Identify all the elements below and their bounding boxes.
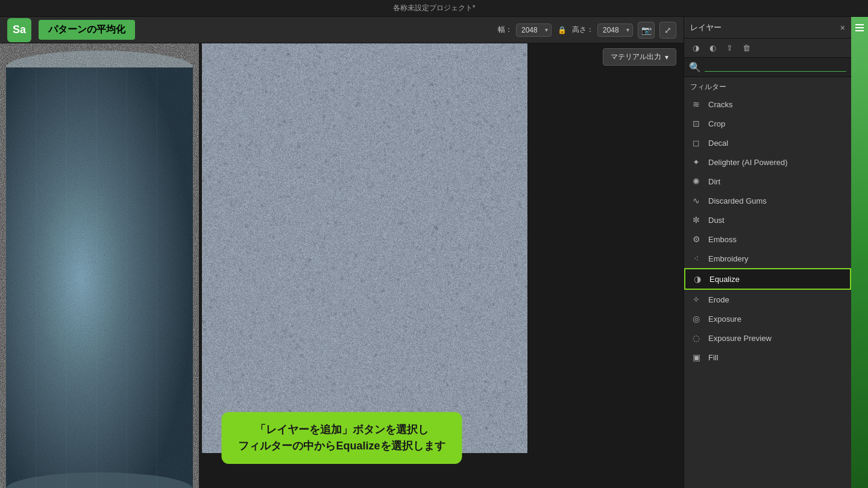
material-output-chevron: ▾ (665, 53, 668, 61)
exposure-label: Exposure (708, 314, 741, 324)
delete-icon-btn[interactable]: 🗑 (740, 42, 753, 55)
filter-item-delighter[interactable]: ✦Delighter (AI Powered) (684, 152, 851, 172)
expand-icon-btn[interactable]: ⤢ (659, 22, 676, 39)
dirt-label: Dirt (708, 177, 720, 186)
decal-icon: ◻ (690, 137, 702, 149)
layers-panel: レイヤー × ◑ ◐ ⇧ 🗑 🔍 フィルター ≋Cracks⊡Crop◻Deca… (684, 17, 851, 488)
filter-item-fill[interactable]: ▣Fill (684, 348, 851, 367)
right-green-panel (851, 17, 868, 488)
layers-toolbar: ◑ ◐ ⇧ 🗑 (684, 39, 851, 58)
title-bar: 各称未設定プロジェクト* (0, 0, 868, 17)
filter-item-discarded-gums[interactable]: ∿Discarded Gums (684, 191, 851, 210)
embroidery-label: Embroidery (708, 254, 748, 263)
sa-logo: Sa (7, 18, 31, 42)
window-title: 各称未設定プロジェクト* (393, 3, 476, 13)
toolbar: Sa パターンの平均化 幅： 2048 1024 4096 🔒 高さ： (0, 17, 684, 43)
caption-line1: 「レイヤーを追加」ボタンを選択し (238, 422, 445, 438)
filter-item-exposure-preview[interactable]: ◌Exposure Preview (684, 328, 851, 348)
layers-panel-header: レイヤー × (684, 17, 851, 39)
height-select-wrapper[interactable]: 2048 1024 4096 (597, 23, 633, 37)
filter-item-erode[interactable]: ✧Erode (684, 290, 851, 309)
height-select[interactable]: 2048 1024 4096 (597, 23, 633, 37)
width-select-wrapper[interactable]: 2048 1024 4096 (516, 23, 552, 37)
dirt-icon: ✺ (690, 175, 702, 187)
filter-item-emboss[interactable]: ⚙Emboss (684, 230, 851, 249)
height-group: 高さ： 2048 1024 4096 (572, 23, 633, 37)
panel-icon (854, 22, 866, 34)
crop-label: Crop (708, 119, 725, 128)
camera-icon-btn[interactable]: 📷 (638, 22, 655, 39)
invert-icon-btn[interactable]: ◐ (706, 42, 719, 55)
filter-item-cracks[interactable]: ≋Cracks (684, 95, 851, 114)
width-group: 幅： 2048 1024 4096 (498, 23, 552, 37)
caption-box: 「レイヤーを追加」ボタンを選択し フィルターの中からEqualizeを選択します (221, 412, 462, 464)
right-panels: レイヤー × ◑ ◐ ⇧ 🗑 🔍 フィルター ≋Cracks⊡Crop◻Deca… (684, 17, 851, 488)
fill-icon: ▣ (690, 351, 702, 363)
filter-section-label: フィルター (684, 77, 851, 95)
exposure-preview-icon: ◌ (690, 332, 702, 344)
layers-panel-title: レイヤー (690, 22, 835, 33)
texture-preview (202, 43, 527, 453)
layers-close-button[interactable]: × (840, 23, 845, 33)
filter-item-dirt[interactable]: ✺Dirt (684, 172, 851, 191)
viewport-area: マテリアル出力 ▾ 「レイヤーを追加」ボタンを選択し フィルターの中からEqua… (0, 43, 684, 488)
main-content: Sa パターンの平均化 幅： 2048 1024 4096 🔒 高さ： (0, 17, 684, 488)
filter-list: ≋Cracks⊡Crop◻Decal✦Delighter (AI Powered… (684, 95, 851, 488)
app-title: パターンの平均化 (39, 20, 135, 40)
delighter-icon: ✦ (690, 156, 702, 168)
width-select[interactable]: 2048 1024 4096 (516, 23, 552, 37)
material-output-button[interactable]: マテリアル出力 ▾ (603, 48, 676, 66)
exposure-icon: ◎ (690, 313, 702, 325)
filter-item-crop[interactable]: ⊡Crop (684, 114, 851, 133)
emboss-label: Emboss (708, 235, 737, 244)
delighter-label: Delighter (AI Powered) (708, 158, 788, 167)
granite-canvas (202, 43, 527, 453)
svg-rect-1 (6, 67, 193, 488)
fill-label: Fill (708, 353, 719, 362)
crop-icon: ⊡ (690, 117, 702, 130)
app-body: Sa パターンの平均化 幅： 2048 1024 4096 🔒 高さ： (0, 17, 868, 488)
exposure-preview-label: Exposure Preview (708, 334, 772, 343)
width-label: 幅： (498, 25, 512, 35)
emboss-icon: ⚙ (690, 233, 702, 245)
filter-item-exposure[interactable]: ◎Exposure (684, 309, 851, 328)
cracks-label: Cracks (708, 100, 732, 109)
search-input[interactable] (705, 63, 846, 72)
material-output-label: マテリアル出力 (611, 52, 661, 62)
search-icon: 🔍 (689, 61, 701, 73)
filter-item-embroidery[interactable]: ⁖Embroidery (684, 249, 851, 268)
search-bar: 🔍 (684, 58, 851, 77)
discarded-gums-label: Discarded Gums (708, 196, 767, 205)
decal-label: Decal (708, 139, 728, 148)
lock-icon: 🔒 (556, 25, 567, 36)
dust-icon: ✼ (690, 214, 702, 226)
filter-item-decal[interactable]: ◻Decal (684, 133, 851, 152)
half-circle-icon-btn[interactable]: ◑ (689, 42, 702, 55)
equalize-icon: ◑ (691, 273, 703, 285)
embroidery-icon: ⁖ (690, 252, 702, 264)
erode-icon: ✧ (690, 293, 702, 305)
caption-line2: フィルターの中からEqualizeを選択します (238, 438, 445, 454)
dust-label: Dust (708, 216, 725, 225)
height-label: 高さ： (572, 25, 594, 35)
cracks-icon: ≋ (690, 98, 702, 110)
discarded-gums-icon: ∿ (690, 195, 702, 207)
export-icon-btn[interactable]: ⇧ (723, 42, 736, 55)
equalize-label: Equalize (709, 275, 740, 284)
fabric-cylinder (0, 43, 199, 488)
filter-item-equalize[interactable]: ◑Equalize (684, 268, 851, 290)
erode-label: Erode (708, 295, 729, 304)
filter-item-dust[interactable]: ✼Dust (684, 210, 851, 230)
